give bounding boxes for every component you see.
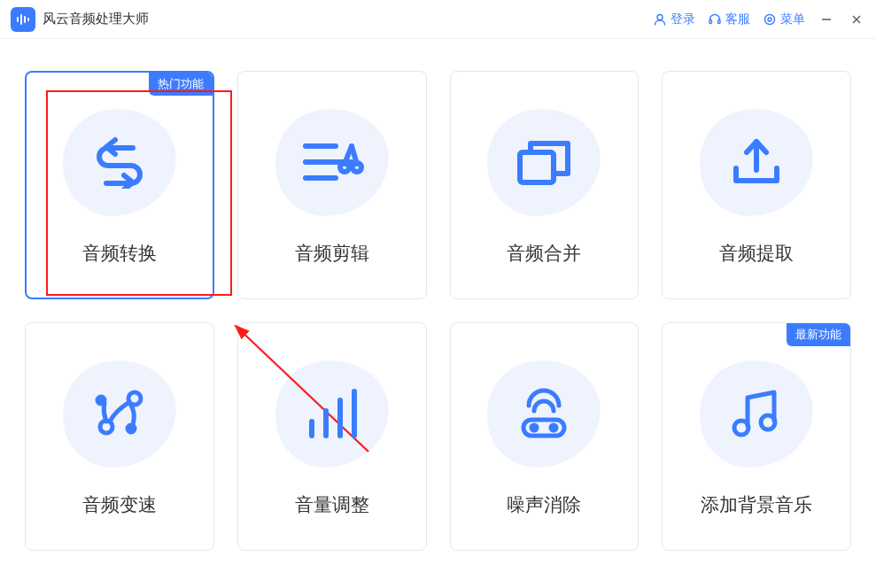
gear-icon [763, 12, 777, 27]
card-label: 噪声消除 [507, 492, 581, 517]
card-audio-edit[interactable]: 音频剪辑 [237, 71, 427, 299]
app-title: 风云音频处理大师 [43, 11, 149, 27]
card-label: 音频转换 [82, 241, 157, 266]
content: 热门功能 音频转换 音频剪辑 音频合并 [0, 39, 876, 583]
card-audio-merge[interactable]: 音频合并 [450, 71, 640, 299]
support-label: 客服 [725, 12, 750, 27]
svg-rect-2 [24, 16, 26, 23]
card-label: 音量调整 [295, 492, 369, 517]
card-noise-removal[interactable]: 噪声消除 [450, 322, 640, 551]
svg-point-7 [765, 14, 775, 24]
card-label: 音频变速 [82, 492, 157, 517]
close-button[interactable] [848, 11, 865, 28]
user-icon [653, 12, 667, 27]
login-label: 登录 [671, 12, 695, 27]
titlebar-right: 登录 客服 菜单 [653, 11, 865, 28]
card-audio-extract[interactable]: 音频提取 [662, 71, 851, 299]
svg-rect-5 [709, 19, 712, 23]
extract-icon [699, 104, 814, 220]
volume-icon [275, 356, 390, 471]
support-button[interactable]: 客服 [708, 12, 750, 27]
card-label: 音频合并 [507, 241, 581, 266]
card-label: 音频剪辑 [295, 241, 369, 266]
close-icon [850, 13, 863, 26]
svg-rect-6 [718, 19, 721, 23]
svg-point-8 [768, 18, 771, 21]
svg-rect-3 [27, 18, 29, 21]
card-audio-speed[interactable]: 音频变速 [25, 322, 214, 551]
menu-button[interactable]: 菜单 [763, 12, 805, 27]
hot-badge: 热门功能 [149, 73, 213, 96]
edit-icon [275, 104, 390, 220]
svg-point-33 [761, 415, 775, 429]
svg-point-32 [734, 421, 748, 435]
card-grid: 热门功能 音频转换 音频剪辑 音频合并 [25, 71, 851, 551]
card-volume-adjust[interactable]: 音量调整 [237, 322, 427, 551]
svg-point-31 [551, 425, 556, 430]
card-audio-convert[interactable]: 热门功能 音频转换 [25, 71, 214, 299]
svg-rect-1 [20, 14, 22, 25]
card-label: 添加背景音乐 [701, 492, 812, 517]
card-label: 音频提取 [719, 241, 794, 266]
new-badge: 最新功能 [787, 323, 850, 346]
svg-rect-0 [17, 17, 19, 22]
headset-icon [708, 12, 722, 27]
titlebar: 风云音频处理大师 登录 客服 菜单 [0, 0, 876, 39]
svg-point-30 [531, 425, 537, 430]
minimize-button[interactable] [818, 11, 835, 28]
menu-label: 菜单 [780, 12, 805, 27]
merge-icon [486, 104, 601, 220]
app-logo-icon [11, 7, 35, 32]
svg-point-4 [657, 14, 663, 19]
minimize-icon [820, 13, 833, 26]
svg-rect-19 [520, 152, 554, 182]
titlebar-left: 风云音频处理大师 [11, 7, 149, 32]
music-icon [699, 356, 814, 471]
card-add-bgm[interactable]: 最新功能 添加背景音乐 [662, 322, 851, 551]
speed-icon [62, 356, 177, 471]
convert-icon [62, 104, 177, 220]
login-button[interactable]: 登录 [653, 12, 695, 27]
noise-icon [486, 356, 601, 471]
